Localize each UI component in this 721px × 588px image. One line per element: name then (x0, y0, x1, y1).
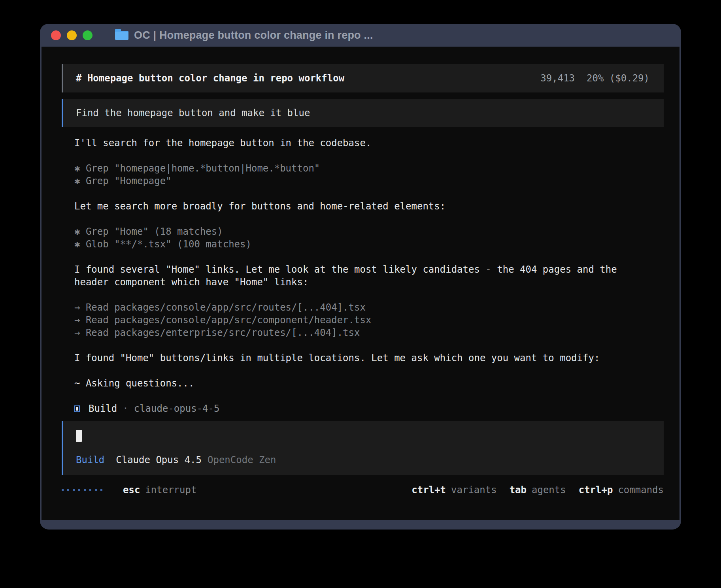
status-right: ctrl+tvariants tabagents ctrl+pcommands (399, 484, 664, 496)
close-button[interactable] (51, 30, 61, 40)
blank-line (74, 288, 664, 301)
session-stats: 39,413 20% ($0.29) (540, 73, 649, 84)
token-count: 39,413 (540, 73, 575, 84)
spinner-dot (95, 489, 97, 491)
folder-icon (115, 31, 128, 40)
spinner-dot (62, 489, 64, 491)
status-left: esc interrupt (62, 484, 196, 496)
titlebar[interactable]: OC | Homepage button color change in rep… (42, 24, 679, 47)
blank-line (74, 149, 664, 162)
text-cursor (76, 430, 82, 442)
blank-line (74, 213, 664, 225)
prompt-editor[interactable]: Build Claude Opus 4.5 OpenCode Zen (62, 421, 664, 475)
blank-line (74, 364, 664, 377)
spinner-dot (100, 489, 102, 491)
agent-name: Build (89, 402, 117, 415)
spinner-dot (73, 489, 75, 491)
spinner-dot (67, 489, 69, 491)
assistant-text-line: I found several "Home" links. Let me loo… (74, 263, 664, 276)
assistant-text-line: Let me search more broadly for buttons a… (74, 200, 664, 213)
assistant-text-line: I'll search for the homepage button in t… (74, 137, 664, 149)
user-message: Find the homepage button and make it blu… (62, 99, 664, 127)
agent-status-line: Build·claude-opus-4-5 (74, 402, 664, 415)
tool-call-line: ✱ Grep "Homepage" (74, 175, 664, 187)
terminal-content: # Homepage button color change in repo w… (42, 47, 679, 520)
provider-name: OpenCode Zen (208, 454, 276, 466)
tool-call-line: ✱ Glob "**/*.tsx" (100 matches) (74, 238, 664, 251)
blank-line (74, 339, 664, 352)
context-usage: 20% ($0.29) (587, 73, 649, 84)
conversation: I'll search for the homepage button in t… (62, 137, 664, 415)
session-title: # Homepage button color change in repo w… (76, 73, 344, 84)
assistant-text-line: ~ Asking questions... (74, 377, 664, 390)
tool-call-line: ✱ Grep "Home" (18 matches) (74, 225, 664, 238)
shortcut-variants: ctrl+tvariants (411, 484, 496, 496)
spinner-dots-icon (62, 489, 102, 491)
spinner-dot (84, 489, 86, 491)
blank-line (74, 390, 664, 402)
shortcut-agents: tabagents (510, 484, 566, 496)
spinner-dot (78, 489, 80, 491)
shortcut-commands: ctrl+pcommands (579, 484, 664, 496)
session-header: # Homepage button color change in repo w… (62, 64, 664, 92)
separator-dot: · (123, 402, 128, 415)
esc-key: esc (123, 484, 140, 496)
agent-selector[interactable]: Build (76, 454, 104, 466)
tool-call-line: → Read packages/console/app/src/routes/[… (74, 301, 664, 314)
status-bar: esc interrupt ctrl+tvariants tabagents c… (62, 484, 664, 496)
model-name[interactable]: Claude Opus 4.5 (116, 454, 202, 466)
assistant-text-line: I found "Home" buttons/links in multiple… (74, 352, 664, 364)
editor-footer: Build Claude Opus 4.5 OpenCode Zen (76, 454, 651, 466)
blank-line (74, 251, 664, 263)
minimize-button[interactable] (67, 30, 77, 40)
esc-label: interrupt (145, 484, 196, 496)
window-title: OC | Homepage button color change in rep… (134, 29, 373, 41)
agent-model: claude-opus-4-5 (134, 402, 220, 415)
assistant-text-line: header component which have "Home" links… (74, 276, 664, 288)
spinner-dot (89, 489, 91, 491)
tool-call-line: → Read packages/enterprise/src/routes/[.… (74, 326, 664, 339)
build-agent-icon (74, 405, 80, 412)
tool-call-line: → Read packages/console/app/src/componen… (74, 314, 664, 326)
zoom-button[interactable] (83, 30, 92, 40)
tool-call-line: ✱ Grep "homepage|home.*button|Home.*butt… (74, 162, 664, 175)
blank-line (74, 187, 664, 200)
terminal-window: OC | Homepage button color change in rep… (40, 24, 681, 530)
